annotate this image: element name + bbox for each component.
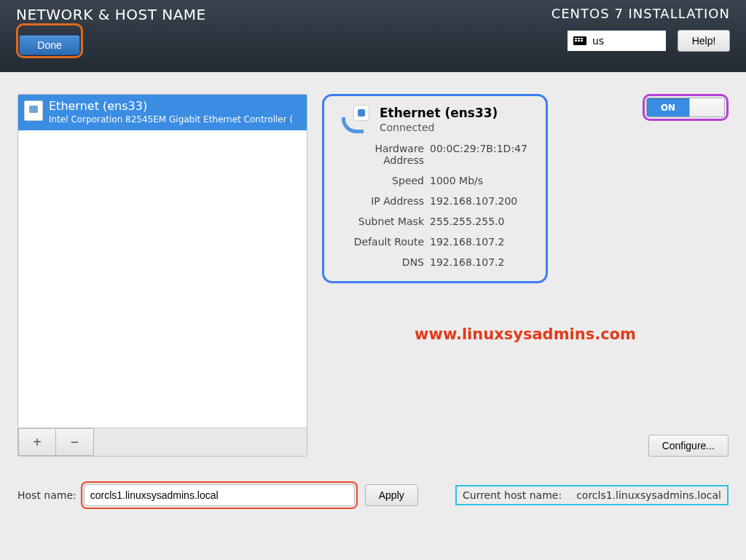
label-dns: DNS [339,256,430,268]
help-button[interactable]: Help! [678,30,730,52]
device-item-subtitle: Intel Corporation 82545EM Gigabit Ethern… [49,114,293,125]
ethernet-cable-icon [339,103,371,135]
connection-toggle[interactable]: ON [646,98,725,117]
connection-name: Ethernet (ens33) [380,106,498,120]
keyboard-indicator[interactable]: us [568,31,666,51]
device-item-selected[interactable]: Ethernet (ens33) Intel Corporation 82545… [18,95,307,130]
device-list-panel: Ethernet (ens33) Intel Corporation 82545… [17,94,307,457]
page-title: NETWORK & HOST NAME [16,0,206,23]
device-item-title: Ethernet (ens33) [49,99,293,113]
value-hwaddr: 00:0C:29:7B:1D:47 [430,143,531,166]
header-bar: NETWORK & HOST NAME Done CENTOS 7 INSTAL… [0,0,746,72]
current-hostname-label: Current host name: [463,489,562,501]
connection-status: Connected [380,122,498,133]
hostname-label: Host name: [17,489,76,501]
current-hostname-box: Current host name: corcls1.linuxsysadmin… [455,485,729,505]
toggle-knob [689,98,724,117]
configure-button[interactable]: Configure... [648,435,729,457]
apply-hostname-button[interactable]: Apply [365,484,418,506]
connection-detail-card: Ethernet (ens33) Connected Hardware Addr… [322,94,548,283]
value-mask: 255.255.255.0 [430,216,531,227]
ethernet-port-icon [24,100,43,121]
remove-device-button[interactable]: − [56,428,94,456]
watermark-text: www.linuxsysadmins.com [322,326,729,343]
label-speed: Speed [339,175,430,186]
value-dns: 192.168.107.2 [430,256,531,268]
value-speed: 1000 Mb/s [430,175,531,186]
label-hwaddr: Hardware Address [339,143,430,166]
hostname-input[interactable] [84,484,355,506]
value-ip: 192.168.107.200 [430,195,531,207]
label-route: Default Route [339,236,430,248]
keyboard-layout-label: us [592,35,604,47]
done-button[interactable]: Done [19,35,80,55]
add-device-button[interactable]: + [18,428,56,456]
label-ip: IP Address [339,195,430,207]
value-route: 192.168.107.2 [430,236,531,248]
device-list[interactable]: Ethernet (ens33) Intel Corporation 82545… [18,95,307,428]
installer-title: CENTOS 7 INSTALLATION [551,0,730,21]
current-hostname-value: corcls1.linuxsysadmins.local [576,489,721,501]
keyboard-icon [573,36,586,45]
label-mask: Subnet Mask [339,216,430,227]
toggle-on-label: ON [647,98,689,117]
